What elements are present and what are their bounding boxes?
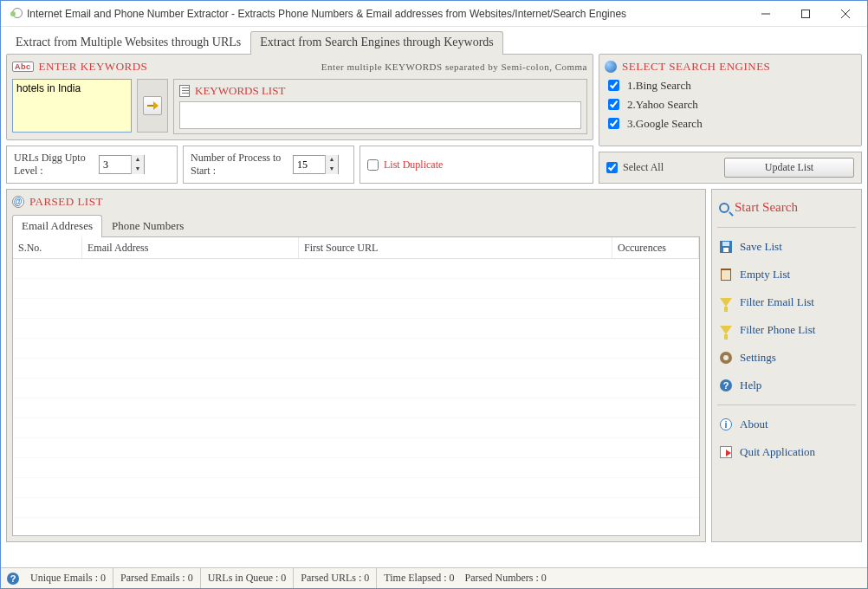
status-parsed-urls: Parsed URLs : 0 xyxy=(293,568,376,588)
col-sno[interactable]: S.No. xyxy=(13,237,82,258)
spin-down[interactable]: ▼ xyxy=(326,165,338,174)
quit-icon xyxy=(720,446,732,458)
status-bar: ? Unique Emails : 0 Parsed Emails : 0 UR… xyxy=(1,567,867,588)
keywords-hint: Enter multiple KEYWORDS separated by Sem… xyxy=(321,61,587,72)
results-grid[interactable]: S.No. Email Address First Source URL Occ… xyxy=(12,236,700,536)
list-icon xyxy=(179,85,190,97)
action-sidebar: Start Search Save List Empty List Filter… xyxy=(711,189,862,542)
separator xyxy=(717,227,856,228)
close-button[interactable] xyxy=(826,1,865,27)
status-parsed-emails: Parsed Emails : 0 xyxy=(113,568,200,588)
keywords-group: Abc ENTER KEYWORDS Enter multiple KEYWOR… xyxy=(6,54,593,140)
at-icon: @ xyxy=(12,196,24,208)
list-duplicate-checkbox[interactable]: List Duplicate xyxy=(367,159,443,172)
settings-button[interactable]: Settings xyxy=(717,346,856,370)
process-count-label: Number of Process to Start : xyxy=(191,152,286,178)
trash-icon xyxy=(721,269,731,281)
help-icon: ? xyxy=(720,379,732,392)
funnel-icon xyxy=(720,326,732,334)
quit-button[interactable]: Quit Application xyxy=(717,440,856,464)
col-email[interactable]: Email Address xyxy=(82,237,299,258)
process-count-input[interactable]: ▲▼ xyxy=(293,155,339,174)
main-tabs: Extract from Multiple Websites through U… xyxy=(6,30,862,54)
gear-icon xyxy=(720,352,732,364)
keywords-list-panel: KEYWORDS LIST xyxy=(173,79,587,134)
engine-yahoo[interactable]: 2.Yahoo Search xyxy=(605,96,856,113)
tab-email-addresses[interactable]: Email Addreses xyxy=(12,215,102,237)
select-all-checkbox[interactable]: Select All xyxy=(606,161,664,174)
svg-rect-1 xyxy=(802,10,810,17)
search-icon xyxy=(719,203,729,213)
titlebar: Internet Email and Phone Number Extracto… xyxy=(1,1,867,27)
parsed-list-group: @ PARSED LIST Email Addreses Phone Numbe… xyxy=(6,189,706,542)
digg-level-label: URLs Digg Upto Level : xyxy=(14,152,92,178)
process-count-group: Number of Process to Start : ▲▼ xyxy=(183,146,354,184)
help-icon[interactable]: ? xyxy=(7,573,19,585)
status-time-elapsed: Time Elapsed : 0 xyxy=(376,568,461,588)
help-button[interactable]: ? Help xyxy=(717,373,856,398)
globe-icon xyxy=(605,61,617,73)
filter-email-button[interactable]: Filter Email List xyxy=(717,290,856,314)
update-list-button[interactable]: Update List xyxy=(724,158,854,178)
tab-extract-keywords[interactable]: Extract from Search Engines through Keyw… xyxy=(250,31,502,55)
add-keyword-button[interactable] xyxy=(143,96,162,115)
svg-line-3 xyxy=(841,10,850,18)
keywords-title: Abc ENTER KEYWORDS Enter multiple KEYWOR… xyxy=(12,60,587,74)
empty-list-button[interactable]: Empty List xyxy=(717,262,856,287)
spin-down[interactable]: ▼ xyxy=(132,165,144,174)
search-engines-footer: Select All Update List xyxy=(599,152,862,184)
filter-phone-button[interactable]: Filter Phone List xyxy=(717,318,856,342)
separator xyxy=(717,405,856,405)
status-urls-queue: URLs in Queue : 0 xyxy=(200,568,294,588)
spin-up[interactable]: ▲ xyxy=(326,155,338,165)
minimize-button[interactable] xyxy=(746,1,786,27)
save-icon xyxy=(720,241,732,253)
keywords-input[interactable]: hotels in India xyxy=(12,79,132,133)
search-engines-list: 1.Bing Search 2.Yahoo Search 3.Google Se… xyxy=(605,77,856,132)
save-list-button[interactable]: Save List xyxy=(717,235,856,259)
maximize-button[interactable] xyxy=(786,1,826,27)
info-icon: i xyxy=(720,418,732,430)
window-title: Internet Email and Phone Number Extracto… xyxy=(27,8,626,20)
abc-icon: Abc xyxy=(12,61,34,72)
tab-extract-urls[interactable]: Extract from Multiple Websites through U… xyxy=(6,31,250,55)
start-search-button[interactable]: Start Search xyxy=(717,197,856,220)
engine-bing[interactable]: 1.Bing Search xyxy=(605,77,856,94)
status-unique-emails: Unique Emails : 0 xyxy=(23,568,113,588)
arrow-right-icon xyxy=(146,100,159,111)
svg-line-2 xyxy=(841,10,850,18)
digg-level-input[interactable]: ▲▼ xyxy=(99,155,145,174)
grid-body xyxy=(13,258,699,535)
spin-up[interactable]: ▲ xyxy=(132,155,144,165)
app-icon xyxy=(8,7,22,21)
search-engines-group: SELECT SEARCH ENGINES 1.Bing Search 2.Ya… xyxy=(599,54,862,146)
digg-level-group: URLs Digg Upto Level : ▲▼ xyxy=(6,146,178,184)
grid-header: S.No. Email Address First Source URL Occ… xyxy=(13,237,699,258)
col-occurrences[interactable]: Occurences xyxy=(612,237,699,258)
add-keyword-panel xyxy=(137,79,168,133)
list-duplicate-group: List Duplicate xyxy=(360,146,593,184)
svg-marker-5 xyxy=(153,101,159,110)
funnel-icon xyxy=(720,298,732,307)
status-parsed-numbers: Parsed Numbers : 0 xyxy=(462,568,554,588)
tab-phone-numbers[interactable]: Phone Numbers xyxy=(102,215,193,237)
about-button[interactable]: i About xyxy=(717,412,856,437)
keywords-list[interactable] xyxy=(179,101,581,129)
engine-google[interactable]: 3.Google Search xyxy=(605,115,856,132)
col-source-url[interactable]: First Source URL xyxy=(299,237,612,258)
